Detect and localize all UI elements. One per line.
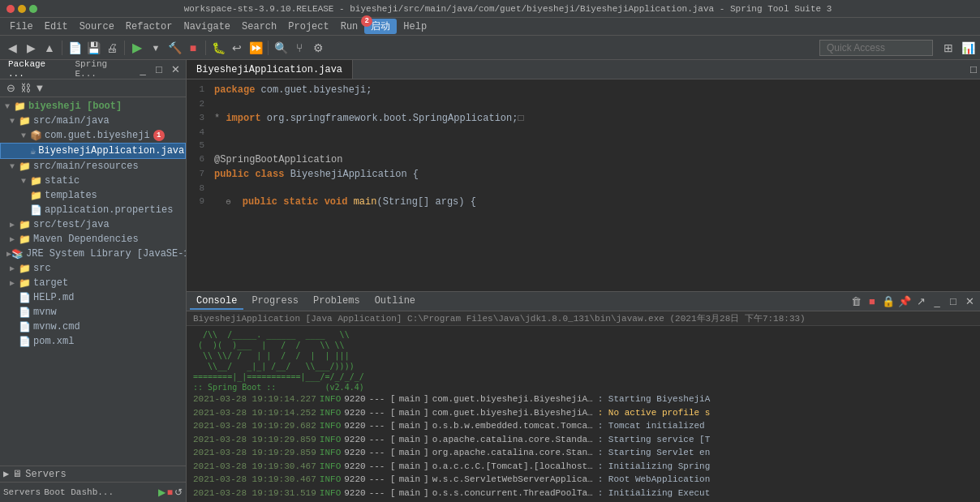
toolbar-git-btn[interactable]: ⑂ [290,39,308,57]
editor-maximize-btn[interactable]: □ [967,63,980,75]
toolbar-new-btn[interactable]: 📄 [66,39,84,57]
tab-spring-explorer[interactable]: Spring E... [71,60,136,81]
servers-tab[interactable]: Servers [3,487,41,497]
servers-chevron: ▶ [3,468,9,480]
menu-qidong[interactable]: 2 启动 [364,19,397,34]
tree-item-application-java[interactable]: ☕ BiyeshejiApplication.java [0,143,186,159]
log-msg-no-active: : No active profile s [598,406,711,420]
toolbar-stop-btn[interactable]: ■ [184,39,202,57]
tab-console[interactable]: Console [190,294,243,310]
console-minimize-btn[interactable]: _ [930,294,944,309]
console-new-window-btn[interactable]: ↗ [913,294,928,309]
sidebar-collapse-btn[interactable]: ⊖ [3,81,18,96]
tab-outline[interactable]: Outline [368,294,422,310]
tree-item-biyesheji[interactable]: ▼ 📁 biyesheji [boot] [0,99,186,114]
toolbar-step-btn[interactable]: ↩ [228,39,246,57]
toolbar-resume-btn[interactable]: ⏩ [247,39,264,57]
console-stop-btn[interactable]: ■ [865,294,879,309]
console-clear-btn[interactable]: 🗑 [849,294,863,309]
menu-source[interactable]: Source [75,19,119,34]
tree-item-help[interactable]: 📄 HELP.md [0,290,186,305]
log-date: 2021-03-28 19:19:30.467 [193,473,316,487]
close-button[interactable] [6,5,15,13]
boot-run-btn[interactable]: ▶ [158,487,165,498]
console-pin-btn[interactable]: 📌 [897,294,912,309]
window-title: workspace-sts-3.9.10.RELEASE - biyesheji… [42,4,974,14]
toolbar-sep-3 [205,41,206,55]
boot-stop-btn[interactable]: ■ [167,487,173,498]
menu-project[interactable]: Project [283,19,333,34]
console-content[interactable]: /\\ /_____. ______ ____ \\ ( )( )___ | /… [187,326,980,502]
tree-label-com-guet: com.guet.biyesheji [45,130,150,141]
tree-item-com-guet[interactable]: ▼ 📦 com.guet.biyesheji 1 [0,128,186,143]
toolbar-back-btn[interactable]: ◀ [3,39,21,57]
quick-access-input[interactable] [819,40,933,56]
sidebar-filter-btn[interactable]: ▼ [32,81,47,96]
tree-item-app-props[interactable]: 📄 application.properties [0,203,186,217]
tree-label-maven: Maven Dependencies [33,234,139,245]
toolbar-search-btn[interactable]: 🔍 [272,39,290,57]
toolbar-run-dropdown-btn[interactable]: ▼ [147,39,165,57]
toolbar-save-btn[interactable]: 💾 [84,39,102,57]
tree-item-target[interactable]: ▶ 📁 target [0,276,186,290]
log-thread: main [399,446,420,460]
menu-help[interactable]: Help [398,19,432,34]
line-content [211,126,214,139]
toolbar-print-btn[interactable]: 🖨 [103,39,121,57]
tab-application-java[interactable]: BiyeshejiApplication.java [187,60,353,79]
log-thread: main [399,473,420,487]
tree-item-templates[interactable]: 📁 templates [0,188,186,203]
console-close-btn[interactable]: ✕ [962,294,977,309]
menu-run[interactable]: Run [336,19,363,34]
console-maximize-btn[interactable]: □ [946,294,961,309]
tree-item-mvnw[interactable]: 📄 mvnw [0,305,186,320]
tree-item-jre[interactable]: ▶ 📚 JRE System Library [JavaSE-1.8] [0,247,186,261]
tree-item-static[interactable]: ▼ 📁 static [0,174,186,188]
log-line-3: 2021-03-28 19:19:29.682 INFO 9220 --- [ … [193,419,974,433]
sidebar-close-btn[interactable]: ✕ [168,62,183,77]
boot-restart-btn[interactable]: ↺ [174,487,183,498]
chevron-icon: ▶ [6,220,18,230]
menu-navigate[interactable]: Navigate [178,19,235,34]
toolbar-run-btn[interactable]: ▶ [128,39,146,57]
tree-item-src-test[interactable]: ▶ 📁 src/test/java [0,217,186,232]
menu-file[interactable]: File [5,19,38,34]
sidebar-maximize-btn[interactable]: □ [152,62,166,77]
log-pid: 9220 [344,473,365,487]
toolbar-icon-btn-2[interactable]: 📊 [959,39,977,57]
sidebar-minimize-btn[interactable]: _ [135,62,150,77]
window-controls[interactable] [6,5,37,13]
toolbar-forward-btn[interactable]: ▶ [22,39,40,57]
maximize-button[interactable] [29,5,37,13]
tree-item-src-main-res[interactable]: ▼ 📁 src/main/resources [0,159,186,174]
servers-header[interactable]: ▶ 🖥 Servers [3,468,183,480]
toolbar-up-btn[interactable]: ▲ [41,39,58,57]
code-editor[interactable]: 1 package com.guet.biyesheji; 2 3 * impo… [187,79,980,291]
tree-item-src-main-java[interactable]: ▼ 📁 src/main/java [0,114,186,128]
tree-item-pom[interactable]: 📄 pom.xml [0,334,186,349]
toolbar-debug-btn[interactable]: 🐛 [209,39,227,57]
tree-label-mvnw: mvnw [33,307,57,318]
line-content: @SpringBootApplication [211,152,342,167]
tab-package-explorer[interactable]: Package ... [3,60,69,81]
chevron-icon: ▶ [6,264,18,273]
menu-edit[interactable]: Edit [40,19,73,34]
toolbar-settings-btn[interactable]: ⚙ [309,39,327,57]
tab-problems[interactable]: Problems [307,294,367,310]
sidebar-link-btn[interactable]: ⛓ [18,81,32,96]
boot-tab[interactable]: Boot Dashb... [44,487,114,497]
menu-refactor[interactable]: Refactor [121,19,178,34]
tree-item-src[interactable]: ▶ 📁 src [0,261,186,276]
toolbar-icon-btn-1[interactable]: ⊞ [939,39,957,57]
xml-icon: 📄 [18,335,31,348]
tree-item-maven[interactable]: ▶ 📁 Maven Dependencies [0,232,186,247]
tab-progress[interactable]: Progress [245,294,305,310]
console-scroll-lock-btn[interactable]: 🔒 [881,294,896,309]
log-msg-root-web: : Root WebApplication [598,473,711,487]
toolbar-build-btn[interactable]: 🔨 [165,39,183,57]
minimize-button[interactable] [18,5,26,13]
log-level: INFO [320,406,341,420]
line-number: 5 [187,139,211,152]
menu-search[interactable]: Search [237,19,282,34]
tree-item-mvnw-cmd[interactable]: 📄 mvnw.cmd [0,320,186,334]
